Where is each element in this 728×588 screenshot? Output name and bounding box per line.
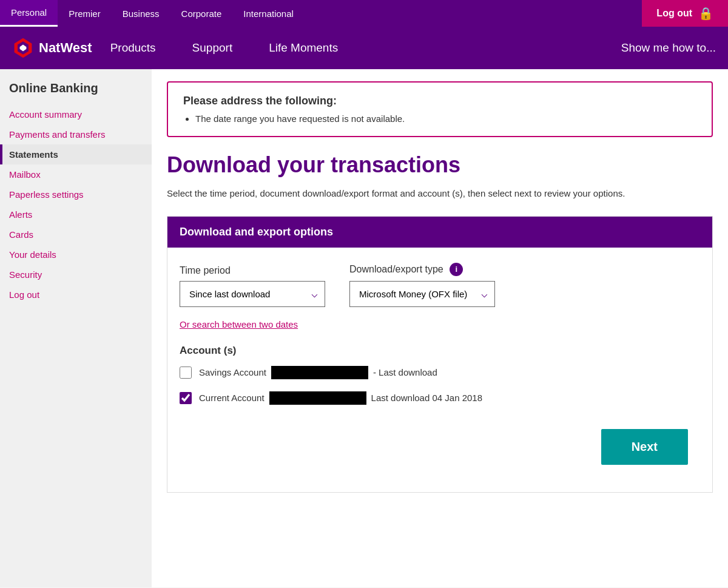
sidebar-item-statements[interactable]: Statements <box>0 144 152 164</box>
main-content: Please address the following: The date r… <box>152 69 728 587</box>
sidebar-item-mailbox[interactable]: Mailbox <box>0 164 152 184</box>
current-account-info: Current Account Last download 04 Jan 201… <box>199 391 482 405</box>
main-nav: NatWest Products Support Life Moments Sh… <box>0 27 728 69</box>
current-account-label: Current Account <box>199 393 265 403</box>
top-nav-international[interactable]: International <box>232 0 305 27</box>
sidebar-nav: Account summary Payments and transfers S… <box>0 104 152 305</box>
current-account-number <box>269 391 366 405</box>
main-nav-links: Products Support Life Moments <box>92 27 621 69</box>
top-nav: Personal Premier Business Corporate Inte… <box>0 0 728 27</box>
current-account-last-download: Last download 04 Jan 2018 <box>371 393 482 403</box>
logo-text: NatWest <box>39 40 92 56</box>
nav-life-moments[interactable]: Life Moments <box>251 27 356 69</box>
logout-button[interactable]: Log out 🔒 <box>642 0 728 27</box>
error-list: The date range you have requested is not… <box>183 113 696 124</box>
sidebar-item-alerts[interactable]: Alerts <box>0 204 152 225</box>
options-body: Time period Since last download Last 3 m… <box>167 248 712 492</box>
sidebar-item-payments-transfers[interactable]: Payments and transfers <box>0 124 152 144</box>
sidebar-item-paperless-settings[interactable]: Paperless settings <box>0 184 152 204</box>
page-description: Select the time period, document downloa… <box>167 187 713 201</box>
top-nav-corporate[interactable]: Corporate <box>170 0 233 27</box>
download-type-group: Download/export type i Microsoft Money (… <box>349 263 495 307</box>
savings-account-checkbox[interactable] <box>180 367 192 379</box>
search-between-dates-link[interactable]: Or search between two dates <box>180 319 298 329</box>
top-nav-links: Personal Premier Business Corporate Inte… <box>0 0 305 27</box>
sidebar-item-account-summary[interactable]: Account summary <box>0 104 152 124</box>
content-wrapper: Online Banking Account summary Payments … <box>0 69 728 587</box>
logo-svg <box>12 37 34 59</box>
time-period-label: Time period <box>180 265 325 276</box>
next-button-row: Next <box>180 417 700 477</box>
time-period-select-wrapper: Since last download Last 3 months Last 6… <box>180 281 325 307</box>
sidebar-item-cards[interactable]: Cards <box>0 225 152 245</box>
account-row-savings: Savings Account - Last download <box>180 366 700 379</box>
natwest-logo: NatWest <box>12 37 92 59</box>
top-nav-business[interactable]: Business <box>112 0 170 27</box>
nav-products[interactable]: Products <box>92 27 174 69</box>
sidebar-item-your-details[interactable]: Your details <box>0 245 152 265</box>
time-period-select[interactable]: Since last download Last 3 months Last 6… <box>180 281 325 307</box>
nav-support[interactable]: Support <box>174 27 251 69</box>
next-button[interactable]: Next <box>601 429 688 465</box>
error-box: Please address the following: The date r… <box>167 81 713 137</box>
time-period-group: Time period Since last download Last 3 m… <box>180 265 325 307</box>
savings-account-last-download: - Last download <box>373 367 437 377</box>
page-title: Download your transactions <box>167 152 713 178</box>
top-nav-personal[interactable]: Personal <box>0 0 58 27</box>
download-type-select[interactable]: Microsoft Money (OFX file) CSV PDF <box>349 281 495 307</box>
sidebar-item-security[interactable]: Security <box>0 265 152 285</box>
options-panel: Download and export options Time period … <box>167 216 713 493</box>
sidebar-heading: Online Banking <box>0 81 152 104</box>
show-me-text: Show me how to... <box>621 41 716 55</box>
accounts-label: Account (s) <box>180 345 700 357</box>
logout-label: Log out <box>656 8 692 19</box>
account-row-current: Current Account Last download 04 Jan 201… <box>180 391 700 405</box>
error-item: The date range you have requested is not… <box>195 113 696 124</box>
savings-account-label: Savings Account <box>199 367 266 377</box>
lock-icon: 🔒 <box>698 6 713 21</box>
download-type-select-wrapper: Microsoft Money (OFX file) CSV PDF ⌵ <box>349 281 495 307</box>
download-type-label: Download/export type i <box>349 263 495 276</box>
form-row-selects: Time period Since last download Last 3 m… <box>180 263 700 307</box>
sidebar-item-logout[interactable]: Log out <box>0 285 152 305</box>
current-account-checkbox[interactable] <box>180 392 192 404</box>
savings-account-info: Savings Account - Last download <box>199 366 437 379</box>
error-heading: Please address the following: <box>183 95 696 107</box>
info-icon[interactable]: i <box>450 263 463 276</box>
top-nav-premier[interactable]: Premier <box>58 0 112 27</box>
savings-account-number <box>271 366 368 379</box>
options-header: Download and export options <box>167 217 712 248</box>
sidebar: Online Banking Account summary Payments … <box>0 69 152 587</box>
